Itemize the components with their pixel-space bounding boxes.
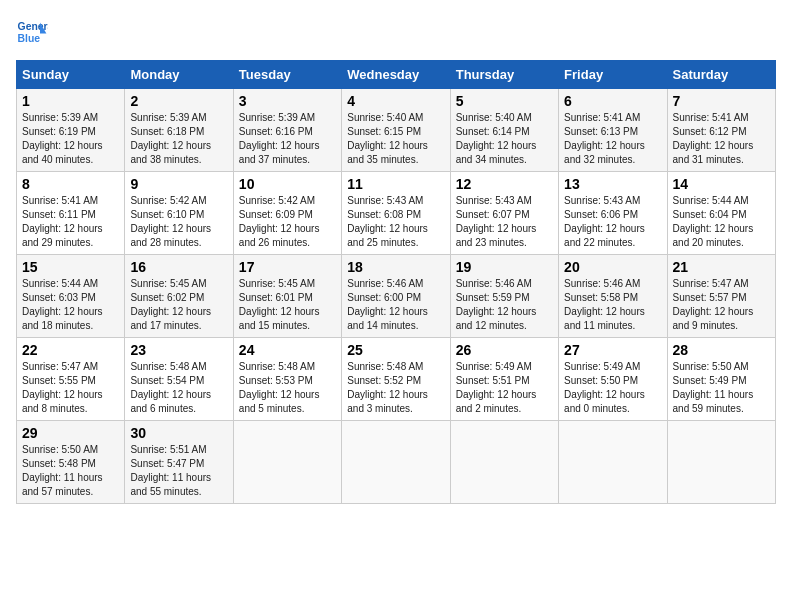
day-detail: Sunrise: 5:43 AMSunset: 6:06 PMDaylight:…	[564, 195, 645, 248]
day-detail: Sunrise: 5:44 AMSunset: 6:04 PMDaylight:…	[673, 195, 754, 248]
calendar-day-cell: 17 Sunrise: 5:45 AMSunset: 6:01 PMDaylig…	[233, 255, 341, 338]
day-detail: Sunrise: 5:45 AMSunset: 6:02 PMDaylight:…	[130, 278, 211, 331]
day-detail: Sunrise: 5:47 AMSunset: 5:57 PMDaylight:…	[673, 278, 754, 331]
day-number: 2	[130, 93, 227, 109]
calendar-day-cell: 14 Sunrise: 5:44 AMSunset: 6:04 PMDaylig…	[667, 172, 775, 255]
calendar-day-cell: 19 Sunrise: 5:46 AMSunset: 5:59 PMDaylig…	[450, 255, 558, 338]
day-detail: Sunrise: 5:50 AMSunset: 5:49 PMDaylight:…	[673, 361, 754, 414]
day-number: 10	[239, 176, 336, 192]
day-detail: Sunrise: 5:45 AMSunset: 6:01 PMDaylight:…	[239, 278, 320, 331]
day-number: 28	[673, 342, 770, 358]
day-number: 9	[130, 176, 227, 192]
day-detail: Sunrise: 5:41 AMSunset: 6:12 PMDaylight:…	[673, 112, 754, 165]
calendar-day-cell: 2 Sunrise: 5:39 AMSunset: 6:18 PMDayligh…	[125, 89, 233, 172]
day-detail: Sunrise: 5:41 AMSunset: 6:13 PMDaylight:…	[564, 112, 645, 165]
calendar-day-cell: 8 Sunrise: 5:41 AMSunset: 6:11 PMDayligh…	[17, 172, 125, 255]
calendar-header: SundayMondayTuesdayWednesdayThursdayFrid…	[17, 61, 776, 89]
day-detail: Sunrise: 5:39 AMSunset: 6:16 PMDaylight:…	[239, 112, 320, 165]
day-detail: Sunrise: 5:47 AMSunset: 5:55 PMDaylight:…	[22, 361, 103, 414]
calendar-day-cell: 7 Sunrise: 5:41 AMSunset: 6:12 PMDayligh…	[667, 89, 775, 172]
day-detail: Sunrise: 5:41 AMSunset: 6:11 PMDaylight:…	[22, 195, 103, 248]
day-number: 19	[456, 259, 553, 275]
day-number: 13	[564, 176, 661, 192]
day-detail: Sunrise: 5:43 AMSunset: 6:07 PMDaylight:…	[456, 195, 537, 248]
day-number: 17	[239, 259, 336, 275]
page-header: General Blue	[16, 16, 776, 48]
calendar-day-cell: 9 Sunrise: 5:42 AMSunset: 6:10 PMDayligh…	[125, 172, 233, 255]
calendar-day-cell: 20 Sunrise: 5:46 AMSunset: 5:58 PMDaylig…	[559, 255, 667, 338]
day-number: 25	[347, 342, 444, 358]
calendar-day-cell: 23 Sunrise: 5:48 AMSunset: 5:54 PMDaylig…	[125, 338, 233, 421]
logo-icon: General Blue	[16, 16, 48, 48]
calendar-day-cell	[450, 421, 558, 504]
calendar-day-cell: 1 Sunrise: 5:39 AMSunset: 6:19 PMDayligh…	[17, 89, 125, 172]
calendar-day-cell: 12 Sunrise: 5:43 AMSunset: 6:07 PMDaylig…	[450, 172, 558, 255]
day-detail: Sunrise: 5:39 AMSunset: 6:18 PMDaylight:…	[130, 112, 211, 165]
day-detail: Sunrise: 5:39 AMSunset: 6:19 PMDaylight:…	[22, 112, 103, 165]
day-detail: Sunrise: 5:46 AMSunset: 6:00 PMDaylight:…	[347, 278, 428, 331]
day-number: 15	[22, 259, 119, 275]
calendar-day-cell: 6 Sunrise: 5:41 AMSunset: 6:13 PMDayligh…	[559, 89, 667, 172]
calendar-day-cell: 27 Sunrise: 5:49 AMSunset: 5:50 PMDaylig…	[559, 338, 667, 421]
day-number: 30	[130, 425, 227, 441]
day-detail: Sunrise: 5:44 AMSunset: 6:03 PMDaylight:…	[22, 278, 103, 331]
calendar-day-cell: 28 Sunrise: 5:50 AMSunset: 5:49 PMDaylig…	[667, 338, 775, 421]
day-detail: Sunrise: 5:49 AMSunset: 5:51 PMDaylight:…	[456, 361, 537, 414]
calendar-table: SundayMondayTuesdayWednesdayThursdayFrid…	[16, 60, 776, 504]
day-detail: Sunrise: 5:46 AMSunset: 5:59 PMDaylight:…	[456, 278, 537, 331]
logo: General Blue	[16, 16, 48, 48]
day-number: 12	[456, 176, 553, 192]
day-number: 24	[239, 342, 336, 358]
day-number: 29	[22, 425, 119, 441]
calendar-week-row: 22 Sunrise: 5:47 AMSunset: 5:55 PMDaylig…	[17, 338, 776, 421]
day-detail: Sunrise: 5:46 AMSunset: 5:58 PMDaylight:…	[564, 278, 645, 331]
calendar-day-cell: 24 Sunrise: 5:48 AMSunset: 5:53 PMDaylig…	[233, 338, 341, 421]
day-number: 22	[22, 342, 119, 358]
weekday-header: Monday	[125, 61, 233, 89]
day-number: 26	[456, 342, 553, 358]
day-detail: Sunrise: 5:42 AMSunset: 6:09 PMDaylight:…	[239, 195, 320, 248]
calendar-week-row: 8 Sunrise: 5:41 AMSunset: 6:11 PMDayligh…	[17, 172, 776, 255]
calendar-day-cell: 25 Sunrise: 5:48 AMSunset: 5:52 PMDaylig…	[342, 338, 450, 421]
calendar-day-cell	[559, 421, 667, 504]
svg-text:Blue: Blue	[18, 33, 41, 44]
day-number: 3	[239, 93, 336, 109]
weekday-header: Wednesday	[342, 61, 450, 89]
day-number: 4	[347, 93, 444, 109]
day-number: 5	[456, 93, 553, 109]
day-number: 7	[673, 93, 770, 109]
day-detail: Sunrise: 5:49 AMSunset: 5:50 PMDaylight:…	[564, 361, 645, 414]
day-detail: Sunrise: 5:40 AMSunset: 6:15 PMDaylight:…	[347, 112, 428, 165]
day-number: 6	[564, 93, 661, 109]
calendar-day-cell: 10 Sunrise: 5:42 AMSunset: 6:09 PMDaylig…	[233, 172, 341, 255]
calendar-week-row: 29 Sunrise: 5:50 AMSunset: 5:48 PMDaylig…	[17, 421, 776, 504]
day-number: 14	[673, 176, 770, 192]
calendar-day-cell: 13 Sunrise: 5:43 AMSunset: 6:06 PMDaylig…	[559, 172, 667, 255]
calendar-day-cell: 30 Sunrise: 5:51 AMSunset: 5:47 PMDaylig…	[125, 421, 233, 504]
calendar-day-cell	[233, 421, 341, 504]
day-number: 23	[130, 342, 227, 358]
calendar-day-cell: 16 Sunrise: 5:45 AMSunset: 6:02 PMDaylig…	[125, 255, 233, 338]
calendar-day-cell	[667, 421, 775, 504]
calendar-day-cell: 21 Sunrise: 5:47 AMSunset: 5:57 PMDaylig…	[667, 255, 775, 338]
day-detail: Sunrise: 5:51 AMSunset: 5:47 PMDaylight:…	[130, 444, 211, 497]
calendar-day-cell: 11 Sunrise: 5:43 AMSunset: 6:08 PMDaylig…	[342, 172, 450, 255]
day-number: 18	[347, 259, 444, 275]
calendar-day-cell: 26 Sunrise: 5:49 AMSunset: 5:51 PMDaylig…	[450, 338, 558, 421]
day-number: 8	[22, 176, 119, 192]
day-detail: Sunrise: 5:40 AMSunset: 6:14 PMDaylight:…	[456, 112, 537, 165]
day-detail: Sunrise: 5:43 AMSunset: 6:08 PMDaylight:…	[347, 195, 428, 248]
calendar-day-cell: 15 Sunrise: 5:44 AMSunset: 6:03 PMDaylig…	[17, 255, 125, 338]
day-detail: Sunrise: 5:48 AMSunset: 5:54 PMDaylight:…	[130, 361, 211, 414]
calendar-week-row: 1 Sunrise: 5:39 AMSunset: 6:19 PMDayligh…	[17, 89, 776, 172]
day-number: 27	[564, 342, 661, 358]
calendar-day-cell: 29 Sunrise: 5:50 AMSunset: 5:48 PMDaylig…	[17, 421, 125, 504]
calendar-day-cell: 22 Sunrise: 5:47 AMSunset: 5:55 PMDaylig…	[17, 338, 125, 421]
day-detail: Sunrise: 5:48 AMSunset: 5:53 PMDaylight:…	[239, 361, 320, 414]
weekday-header: Saturday	[667, 61, 775, 89]
day-number: 21	[673, 259, 770, 275]
day-number: 16	[130, 259, 227, 275]
day-detail: Sunrise: 5:48 AMSunset: 5:52 PMDaylight:…	[347, 361, 428, 414]
calendar-day-cell: 4 Sunrise: 5:40 AMSunset: 6:15 PMDayligh…	[342, 89, 450, 172]
day-number: 1	[22, 93, 119, 109]
